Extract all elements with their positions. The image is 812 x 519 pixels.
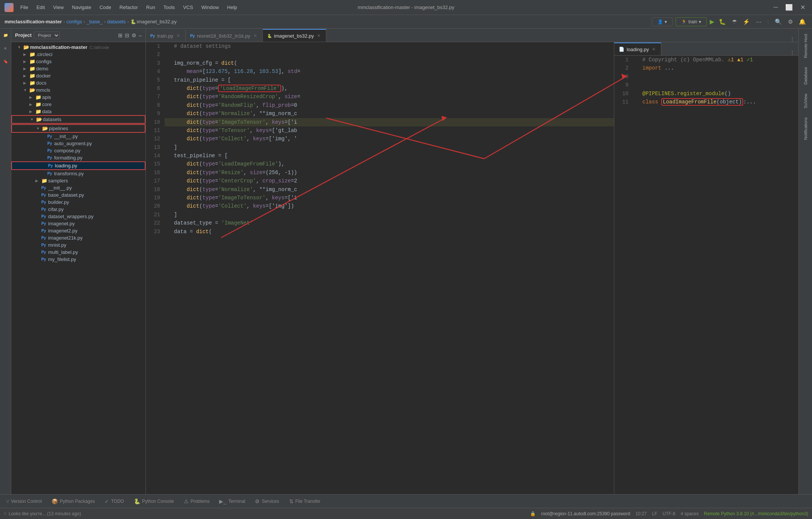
status-user[interactable]: root@region-11.autodl.com:25390 password <box>541 511 630 516</box>
tree-my-filelist[interactable]: ▶ Py my_filelist.py <box>11 256 145 263</box>
bottom-tab-python-packages[interactable]: 📦 Python Packages <box>47 497 99 506</box>
minimize-button[interactable]: ─ <box>771 4 780 11</box>
tree-docs[interactable]: ▶ 📁 docs <box>11 79 145 86</box>
bottom-tab-services[interactable]: ⚙ Services <box>250 497 283 506</box>
tree-mnist[interactable]: ▶ Py mnist.py <box>11 241 145 249</box>
tree-init-pipelines[interactable]: ▶ Py __init__.py <box>11 133 145 140</box>
tab-loading-close[interactable]: ✕ <box>651 47 656 52</box>
search-icon[interactable]: 🔍 <box>773 18 783 25</box>
tree-expand-icon[interactable]: ⊞ <box>118 32 123 38</box>
root-arrow: ▼ <box>17 45 23 49</box>
remote-host-label[interactable]: Remote Host <box>803 32 808 60</box>
status-line-ending[interactable]: LF <box>652 511 657 516</box>
data-label: data <box>42 109 52 114</box>
tree-demo[interactable]: ▶ 📁 demo <box>11 65 145 72</box>
notifications-icon[interactable]: 🔔 <box>797 18 807 25</box>
menu-window[interactable]: Window <box>198 3 223 12</box>
coverage-icon[interactable]: ☂ <box>730 18 738 25</box>
tree-auto-augment[interactable]: ▶ Py auto_augment.py <box>11 140 145 147</box>
tree-core[interactable]: ▶ 📁 core <box>11 101 145 108</box>
git-user-button[interactable]: 👤 ▾ <box>652 17 673 26</box>
maximize-button[interactable]: ⬜ <box>783 4 795 11</box>
bottom-tab-todo[interactable]: ✓ TODO <box>100 497 128 506</box>
tree-base-dataset[interactable]: ▶ Py base_dataset.py <box>11 191 145 199</box>
tree-compose[interactable]: ▶ Py compose.py <box>11 147 145 154</box>
breadcrumb-root[interactable]: mmclassification-master <box>5 19 62 24</box>
run-button[interactable]: ▶ <box>710 18 714 25</box>
bottom-tab-version-control[interactable]: ⑂ Version Control <box>2 497 46 506</box>
tree-datasets[interactable]: ▼ 📂 datasets <box>11 115 145 124</box>
notifications-strip-label[interactable]: Notifications <box>803 115 808 142</box>
tab-imagenet[interactable]: 🐍 imagenet_bs32.py ✕ <box>263 29 326 42</box>
project-scope-select[interactable]: Project <box>34 32 60 39</box>
right-editor-content[interactable]: 1 # Copyright (c) OpenMMLab. ⚠1 ▲1 ✓1 2 … <box>614 56 798 494</box>
bottom-tab-terminal[interactable]: ▶_ Terminal <box>215 497 250 506</box>
tree-docker[interactable]: ▶ 📁 docker <box>11 72 145 79</box>
tab-train-close[interactable]: ✕ <box>176 33 181 38</box>
breadcrumb-datasets[interactable]: datasets <box>107 19 126 24</box>
left-editor-content[interactable]: 1 # dataset settings 2 3 img_norm_cfg = … <box>146 42 614 494</box>
tree-imagenet21k[interactable]: ▶ Py imagenet21k.py <box>11 234 145 241</box>
breadcrumb-configs[interactable]: configs <box>67 19 82 24</box>
tree-loading[interactable]: ▶ Py loading.py <box>11 161 145 170</box>
tab-resnet[interactable]: Py resnet18_8xb32_in1k.py ✕ <box>186 30 263 42</box>
menu-run[interactable]: Run <box>142 3 159 12</box>
settings-icon[interactable]: ⚙ <box>786 18 794 25</box>
tab-train[interactable]: Py train.py ✕ <box>146 30 186 42</box>
bottom-tab-python-console[interactable]: 🐍 Python Console <box>129 497 179 506</box>
tab-more-button[interactable]: ⋮ <box>786 36 798 42</box>
menu-file[interactable]: File <box>17 3 32 12</box>
tree-samplers[interactable]: ▶ 📁 samplers <box>11 177 145 184</box>
tab-resnet-close[interactable]: ✕ <box>253 33 258 38</box>
menu-vcs[interactable]: VCS <box>179 3 197 12</box>
bookmarks-icon[interactable]: 🔖 <box>2 58 9 65</box>
status-interpreter[interactable]: Remote Python 3.8.10 (/r.../miniconda3/b… <box>704 511 809 516</box>
tree-datasets-init[interactable]: ▶ Py __init__.py <box>11 184 145 191</box>
debug-icon[interactable]: 🐛 <box>717 18 727 25</box>
tree-settings-icon[interactable]: ⚙ <box>132 32 136 38</box>
datasets-folder-icon: 📂 <box>36 117 43 122</box>
status-encoding[interactable]: UTF-8 <box>662 511 675 516</box>
tree-circleci[interactable]: ▶ 📁 .circleci <box>11 51 145 58</box>
run-config-button[interactable]: 🏃 train ▾ <box>676 17 706 26</box>
tab-loading[interactable]: 📄 loading.py ✕ <box>614 42 661 55</box>
root-folder-icon: 📂 <box>23 44 30 50</box>
right-tab-more[interactable]: ⋮ <box>786 50 798 55</box>
tree-transforms[interactable]: ▶ Py transforms.py <box>11 170 145 177</box>
tree-apis[interactable]: ▶ 📁 apis <box>11 94 145 101</box>
tree-imagenet2[interactable]: ▶ Py imagenet2.py <box>11 227 145 234</box>
panel-close-icon[interactable]: – <box>139 32 142 38</box>
tree-data[interactable]: ▶ 📁 data <box>11 108 145 115</box>
project-icon[interactable]: 📁 <box>2 32 9 39</box>
structure-icon[interactable]: ≡ <box>3 45 8 52</box>
bottom-tab-file-transfer[interactable]: ⇅ File Transfer <box>285 497 325 506</box>
tree-dataset-wrappers[interactable]: ▶ Py dataset_wrappers.py <box>11 213 145 220</box>
tree-configs[interactable]: ▶ 📁 configs <box>11 58 145 65</box>
menu-refactor[interactable]: Refactor <box>116 3 142 12</box>
tree-mmcls[interactable]: ▼ 📂 mmcls <box>11 86 145 94</box>
status-indent[interactable]: 4 spaces <box>680 511 698 516</box>
tree-root[interactable]: ▼ 📂 mmclassification-master C:/all/code <box>11 44 145 51</box>
database-label[interactable]: Database <box>803 65 808 87</box>
code-line-21: 21 ] <box>146 211 614 219</box>
profile-icon[interactable]: ⚡ <box>741 18 751 25</box>
menu-help[interactable]: Help <box>223 3 241 12</box>
tab-imagenet-close[interactable]: ✕ <box>316 33 321 38</box>
sciview-label[interactable]: SciView <box>803 91 808 111</box>
tree-imagenet[interactable]: ▶ Py imagenet.py <box>11 220 145 227</box>
menu-edit[interactable]: Edit <box>33 3 48 12</box>
more-run-icon[interactable]: ⋯ <box>754 18 763 25</box>
tree-collapse-icon[interactable]: ⊟ <box>125 32 129 38</box>
tree-cifar[interactable]: ▶ Py cifar.py <box>11 206 145 213</box>
tree-pipelines[interactable]: ▼ 📂 pipelines <box>11 124 145 133</box>
breadcrumb-base[interactable]: _base_ <box>86 19 103 24</box>
tree-formatting[interactable]: ▶ Py formatting.py <box>11 154 145 161</box>
menu-navigate[interactable]: Navigate <box>68 3 95 12</box>
bottom-tab-problems[interactable]: ⚠ Problems <box>179 497 214 506</box>
menu-view[interactable]: View <box>49 3 67 12</box>
menu-code[interactable]: Code <box>96 3 115 12</box>
menu-tools[interactable]: Tools <box>160 3 179 12</box>
close-button[interactable]: ✕ <box>798 4 807 11</box>
tree-multi-label[interactable]: ▶ Py multi_label.py <box>11 249 145 256</box>
tree-builder[interactable]: ▶ Py builder.py <box>11 199 145 206</box>
